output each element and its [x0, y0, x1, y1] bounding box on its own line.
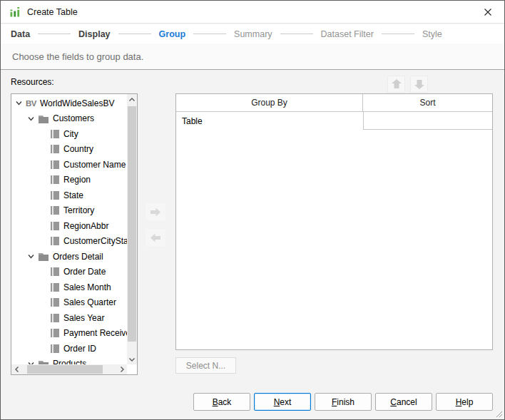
- field-icon: [50, 297, 60, 307]
- folder-icon: [38, 252, 49, 261]
- wizard-step-label: Display: [78, 29, 110, 39]
- tree-item[interactable]: BV Sales Month: [11, 280, 127, 295]
- resources-tree-panel: BV WorldWideSalesBV BV: [11, 93, 138, 375]
- tree-item[interactable]: BV CustomerCityStateZ: [11, 234, 127, 250]
- scroll-up-icon[interactable]: [127, 94, 137, 104]
- tree-item[interactable]: BV WorldWideSalesBV: [11, 96, 127, 111]
- column-header-group-by: Group By: [176, 94, 363, 111]
- finish-button[interactable]: Finish: [315, 393, 372, 411]
- folder-icon: [38, 359, 49, 364]
- scroll-down-icon[interactable]: [127, 354, 137, 364]
- field-icon: [50, 344, 60, 354]
- field-icon: [50, 190, 60, 200]
- horizontal-scrollbar[interactable]: [11, 364, 127, 374]
- chevron-down-icon[interactable]: [28, 116, 34, 122]
- arrow-right-icon: [149, 207, 162, 217]
- tree-item-label: City: [63, 129, 78, 139]
- wizard-step-label: Style: [422, 29, 442, 39]
- group-by-cell[interactable]: Table: [176, 112, 363, 130]
- wizard-step[interactable]: Group: [111, 29, 186, 39]
- tree-item[interactable]: BV Customers: [11, 111, 127, 127]
- field-icon: [50, 221, 60, 231]
- tree-item-label: Sales Quarter: [63, 297, 116, 307]
- tree-item[interactable]: BV State: [11, 188, 127, 203]
- field-icon: [50, 328, 60, 338]
- tree-item-label: State: [63, 190, 83, 200]
- chevron-down-icon[interactable]: [16, 100, 22, 106]
- tree-item[interactable]: BV Customer Name: [11, 157, 127, 173]
- chevron-down-icon[interactable]: [28, 253, 34, 260]
- tree-item-label: Sales Month: [63, 282, 111, 292]
- chart-app-icon: [9, 6, 21, 18]
- resources-label: Resources:: [11, 77, 54, 87]
- wizard-step[interactable]: Dataset Filter: [272, 29, 374, 39]
- field-icon: [50, 205, 60, 215]
- add-field-button[interactable]: [146, 203, 165, 220]
- tree-item[interactable]: BV Sales Year: [11, 310, 127, 326]
- arrow-down-icon: [413, 78, 426, 90]
- title-bar: Create Table: [1, 1, 504, 24]
- dialog-title: Create Table: [27, 7, 78, 17]
- wizard-step-label: Summary: [234, 29, 272, 39]
- scroll-right-icon[interactable]: [117, 364, 127, 374]
- wizard-step[interactable]: Style: [374, 29, 442, 39]
- tree-item-label: Country: [63, 144, 93, 154]
- scroll-left-icon[interactable]: [11, 364, 21, 374]
- cancel-button[interactable]: Cancel: [375, 393, 432, 411]
- tree-item[interactable]: BV Territory: [11, 203, 127, 219]
- tree-item[interactable]: BV Orders Detail: [11, 249, 127, 265]
- resources-tree: BV WorldWideSalesBV BV: [11, 94, 127, 364]
- remove-field-button[interactable]: [146, 229, 165, 246]
- wizard-step[interactable]: Data: [11, 29, 30, 39]
- help-button[interactable]: Help: [436, 393, 493, 411]
- tree-item-label: Customers: [53, 113, 94, 123]
- field-icon: [50, 129, 60, 139]
- arrow-up-icon: [390, 78, 403, 90]
- tree-item[interactable]: BV Order Date: [11, 265, 127, 280]
- resize-grip[interactable]: [494, 409, 503, 418]
- wizard-steps: Data Display Group Summary Dataset Filte…: [1, 24, 504, 43]
- horizontal-scrollbar-thumb[interactable]: [27, 365, 103, 374]
- tree-item-label: Sales Year: [63, 313, 104, 323]
- field-icon: [50, 267, 60, 277]
- folder-icon: [38, 114, 49, 123]
- tree-item-label: Orders Detail: [53, 252, 103, 262]
- tree-item[interactable]: BV Region: [11, 173, 127, 188]
- dialog-body: Resources: BV: [1, 71, 504, 419]
- table-row[interactable]: Table: [176, 112, 492, 130]
- vertical-scrollbar[interactable]: [127, 94, 137, 364]
- tree-item[interactable]: BV Sales Quarter: [11, 295, 127, 311]
- wizard-step[interactable]: Display: [30, 29, 110, 39]
- vertical-scrollbar-thumb[interactable]: [128, 106, 136, 342]
- column-header-sort: Sort: [363, 94, 492, 111]
- tree-item-label: WorldWideSalesBV: [40, 98, 114, 108]
- wizard-step-label: Data: [11, 29, 30, 39]
- tree-item-label: CustomerCityStateZ: [63, 236, 127, 246]
- sort-cell[interactable]: [363, 112, 492, 130]
- arrow-left-icon: [149, 232, 162, 243]
- move-up-button[interactable]: [387, 76, 405, 93]
- tree-item[interactable]: BV Products: [11, 357, 127, 365]
- wizard-step-label: Dataset Filter: [321, 29, 374, 39]
- tree-item-label: Order ID: [63, 344, 96, 354]
- tree-item-label: Customer Name: [63, 160, 126, 170]
- create-table-dialog: Create Table Data Display Group Summary …: [0, 0, 505, 420]
- move-down-button[interactable]: [410, 76, 428, 93]
- next-button[interactable]: Next: [254, 393, 311, 411]
- wizard-step-label: Group: [159, 29, 186, 39]
- field-icon: [50, 236, 60, 246]
- tree-item-label: RegionAbbr: [63, 221, 108, 231]
- tree-item[interactable]: BV Country: [11, 142, 127, 158]
- tree-item-label: Territory: [63, 205, 94, 215]
- field-icon: [50, 313, 60, 323]
- close-icon[interactable]: [480, 4, 496, 20]
- tree-item[interactable]: BV RegionAbbr: [11, 218, 127, 234]
- select-n-button[interactable]: Select N...: [175, 357, 236, 374]
- group-by-panel: Group By Sort Table: [175, 93, 493, 350]
- tree-item[interactable]: BV Order ID: [11, 341, 127, 357]
- tree-item[interactable]: BV Payment Received: [11, 326, 127, 342]
- tree-item[interactable]: BV City: [11, 126, 127, 142]
- field-icon: [50, 175, 60, 185]
- back-button[interactable]: Back: [193, 393, 250, 411]
- wizard-step[interactable]: Summary: [185, 29, 272, 39]
